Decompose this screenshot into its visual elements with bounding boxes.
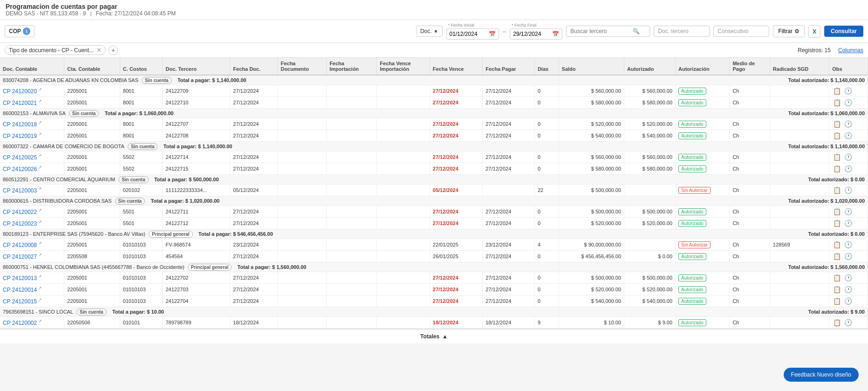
doc-contable-link[interactable]: CP 24120014: [3, 287, 37, 293]
info-icon[interactable]: i: [23, 27, 30, 35]
cell-fecha-doc: 27/12/2024: [230, 272, 278, 284]
doc-select[interactable]: Doc. ▼: [416, 26, 443, 37]
cell-fecha-importacion: [327, 97, 377, 109]
cell-autorizacion: Autorizado: [676, 151, 730, 163]
history-action-icon[interactable]: 🕐: [843, 132, 853, 139]
calendar-action-icon[interactable]: 📋: [832, 274, 842, 281]
history-action-icon[interactable]: 🕐: [843, 253, 853, 260]
doc-contable-link[interactable]: CP 24120013: [3, 275, 37, 281]
calendar-action-icon[interactable]: 📋: [832, 220, 842, 227]
history-action-icon[interactable]: 🕐: [843, 274, 853, 281]
cell-fecha-vence-importacion: [377, 272, 430, 284]
cell-doc-tercero: 24122708: [163, 130, 230, 142]
cell-fecha-doc: 27/12/2024: [230, 284, 278, 295]
cell-autorizacion: Autorizado: [676, 206, 730, 218]
autorizacion-badge: Autorizado: [678, 286, 706, 293]
history-action-icon[interactable]: 🕐: [843, 165, 853, 172]
history-action-icon[interactable]: 🕐: [843, 297, 853, 305]
calendar-action-icon[interactable]: 📋: [832, 87, 842, 95]
buscar-tercero-box[interactable]: 🔍: [566, 26, 650, 37]
autorizacion-badge: Autorizado: [678, 88, 706, 95]
cell-autorizado: [624, 185, 676, 196]
cell-radicado-sgd: [770, 218, 829, 229]
cell-fecha-documento: [278, 163, 327, 175]
history-action-icon[interactable]: 🕐: [843, 208, 853, 215]
cell-fecha-importacion: [327, 151, 377, 163]
doc-contable-link[interactable]: CP 24120002: [3, 320, 37, 326]
doc-contable-link[interactable]: CP 24120023: [3, 220, 37, 227]
filter-tag-close[interactable]: ✕: [96, 47, 102, 54]
history-action-icon[interactable]: 🕐: [843, 241, 853, 248]
history-action-icon[interactable]: 🕐: [843, 153, 853, 161]
doc-tercero-field[interactable]: Doc. tercero: [654, 26, 710, 37]
doc-contable-link[interactable]: CP 24120022: [3, 209, 37, 215]
calendar-action-icon[interactable]: 📋: [832, 165, 842, 172]
calendar-icon-2[interactable]: 📅: [552, 31, 559, 37]
currency-selector[interactable]: COP i: [5, 25, 34, 37]
cell-dias: 0: [534, 130, 559, 142]
doc-contable-link[interactable]: CP 24120015: [3, 298, 37, 305]
calendar-action-icon[interactable]: 📋: [832, 319, 842, 326]
calendar-action-icon[interactable]: 📋: [832, 153, 842, 161]
consecutivo-field[interactable]: Consecutivo: [713, 26, 769, 37]
buscar-tercero-input[interactable]: [570, 28, 631, 34]
fecha-final-field[interactable]: 📅: [510, 28, 562, 40]
excel-button[interactable]: X: [808, 25, 820, 38]
doc-contable-link[interactable]: CP 24120019: [3, 133, 37, 139]
cell-fecha-pagar: 27/12/2024: [483, 97, 535, 109]
fecha-inicial-field[interactable]: 📅: [446, 28, 499, 40]
doc-contable-link[interactable]: CP 24120008: [3, 242, 37, 248]
cell-doc-tercero: 24122703: [163, 284, 230, 295]
calendar-action-icon[interactable]: 📋: [832, 297, 842, 305]
history-action-icon[interactable]: 🕐: [843, 120, 853, 128]
history-action-icon[interactable]: 🕐: [843, 286, 853, 293]
autorizacion-badge: Autorizado: [678, 165, 706, 172]
doc-contable-link[interactable]: CP 24120003: [3, 187, 37, 194]
cell-fecha-doc: 27/12/2024: [230, 295, 278, 307]
table-row: CP 24120019 ↗ 2205001 8001 24122708 27/1…: [0, 130, 868, 142]
cell-fecha-documento: [278, 206, 327, 218]
cell-dias: 0: [534, 272, 559, 284]
history-action-icon[interactable]: 🕐: [843, 220, 853, 227]
cell-radicado-sgd: [770, 185, 829, 196]
footer-totales[interactable]: Totales ▲: [0, 329, 868, 343]
fecha-inicial-input[interactable]: [450, 31, 487, 37]
col-obs: Obs: [829, 58, 868, 75]
cell-autorizacion: Autorizado: [676, 218, 730, 229]
cell-c-costos: 8001: [120, 97, 163, 109]
calendar-action-icon[interactable]: 📋: [832, 186, 842, 194]
history-action-icon[interactable]: 🕐: [843, 186, 853, 194]
cell-doc-tercero: FV-968574: [163, 239, 230, 251]
calendar-action-icon[interactable]: 📋: [832, 241, 842, 248]
fecha-final-input[interactable]: [513, 31, 550, 37]
doc-contable-link[interactable]: CP 24120018: [3, 121, 37, 128]
filtrar-button[interactable]: Filtrar ⚙: [773, 25, 805, 37]
columnas-button[interactable]: Columnas: [838, 47, 863, 54]
doc-contable-link[interactable]: CP 24120027: [3, 254, 37, 260]
cell-fecha-doc: 27/12/2024: [230, 218, 278, 229]
history-action-icon[interactable]: 🕐: [843, 99, 853, 106]
doc-contable-link[interactable]: CP 24120026: [3, 166, 37, 172]
calendar-icon[interactable]: 📅: [489, 31, 496, 37]
cell-saldo: $ 500,000.00: [559, 206, 624, 218]
doc-contable-link[interactable]: CP 24120025: [3, 154, 37, 161]
cell-fecha-pagar: 27/12/2024: [483, 151, 535, 163]
calendar-action-icon[interactable]: 📋: [832, 253, 842, 260]
history-action-icon[interactable]: 🕐: [843, 87, 853, 95]
calendar-action-icon[interactable]: 📋: [832, 120, 842, 128]
add-filter-button[interactable]: +: [109, 46, 118, 55]
doc-contable-link[interactable]: CP 24120020: [3, 88, 37, 95]
group-label-cell: 860002153 - ALMAVIVA SA Sin cuenta Total…: [0, 109, 559, 118]
calendar-action-icon[interactable]: 📋: [832, 208, 842, 215]
consultar-button[interactable]: Consultar: [824, 26, 863, 37]
history-action-icon[interactable]: 🕐: [843, 319, 853, 326]
cell-medio-pago: Ch: [730, 317, 770, 329]
cell-doc-contable: CP 24120025 ↗: [0, 151, 64, 163]
cell-medio-pago: Ch: [730, 218, 770, 229]
group-autorizado-cell: Total autorizado: $ 1,140,000.00: [559, 142, 868, 151]
calendar-action-icon[interactable]: 📋: [832, 286, 842, 293]
doc-contable-link[interactable]: CP 24120021: [3, 100, 37, 106]
calendar-action-icon[interactable]: 📋: [832, 99, 842, 106]
cell-dias: 0: [534, 97, 559, 109]
calendar-action-icon[interactable]: 📋: [832, 132, 842, 139]
